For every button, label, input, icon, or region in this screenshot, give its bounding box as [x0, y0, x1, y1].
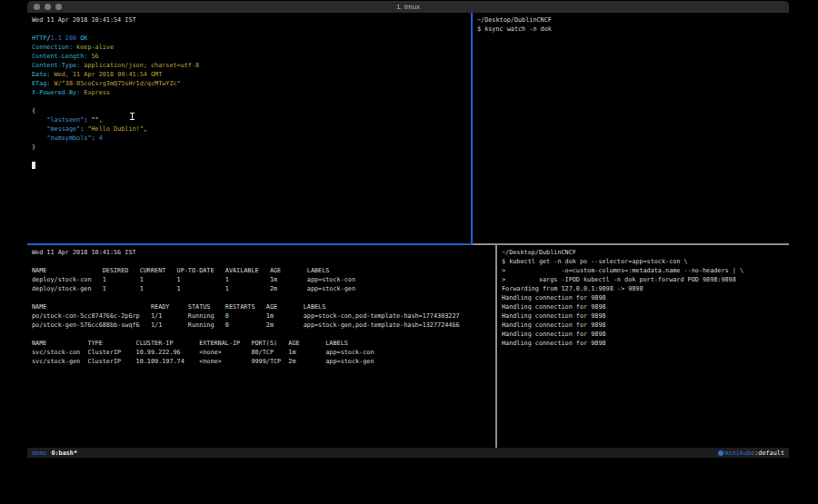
terminal-line: X-Powered-By: Express: [32, 88, 474, 97]
window-title: 1. tmux: [27, 3, 789, 11]
terminal-line: [32, 25, 474, 34]
pane-ksync-watch[interactable]: ~/Desktop/DublinCNCF$ ksync watch -n dok: [473, 13, 793, 246]
terminal-line: ~/Desktop/DublinCNCF: [477, 15, 793, 25]
kube-context: minikube: [725, 450, 755, 457]
terminal-line: ~/Desktop/DublinCNCF: [502, 248, 793, 257]
terminal-line: ETag: W/"38-05coCsrg3mQ75sHr1d/qcMTwYZc": [32, 79, 474, 88]
terminal-line: Handling connection for 9898: [502, 321, 793, 330]
pane-http-response[interactable]: Wed 11 Apr 2018 10:41:54 ISTHTTP/1.1 200…: [27, 13, 474, 246]
terminal-line: > -o=custom-columns=:metadata.name --no-…: [502, 266, 793, 275]
terminal-line: svc/stock-con ClusterIP 10.99.222.96 <no…: [32, 348, 498, 357]
window-label[interactable]: 0:bash*: [51, 450, 77, 457]
status-bar-left: demo 0:bash*: [32, 450, 77, 457]
session-name: demo: [32, 450, 46, 457]
mouse-ibeam-pointer: [132, 113, 133, 120]
terminal-line: [32, 330, 498, 339]
status-bar-right: minikube :default: [718, 450, 785, 457]
terminal-line: "message": "Hello Dublin!",: [32, 124, 474, 133]
terminal-line: Wed 11 Apr 2018 10:41:56 IST: [32, 248, 498, 257]
pane-divider-vertical-bottom[interactable]: [495, 245, 497, 448]
terminal-line: [32, 152, 474, 161]
tmux-status-bar: demo 0:bash* minikube :default: [27, 448, 789, 458]
terminal-line: svc/stock-gen ClusterIP 10.109.197.74 <n…: [32, 357, 498, 366]
terminal-line: Handling connection for 9898: [502, 330, 793, 339]
terminal-line: HTTP/1.1 200 OK: [32, 34, 474, 43]
terminal-line: Date: Wed, 11 Apr 2018 09:41:54 GMT: [32, 70, 474, 79]
terminal-line: deploy/stock-con 1 1 1 1 1m app=stock-co…: [32, 275, 498, 284]
pane-port-forward[interactable]: ~/Desktop/DublinCNCF$ kubectl get -n dok…: [497, 245, 793, 450]
terminal-window: 1. tmux Wed 11 Apr 2018 10:41:54 ISTHTTP…: [27, 1, 789, 457]
terminal-line: > xargs -IPOD kubectl -n dok port-forwar…: [502, 275, 793, 284]
terminal-line: Content-Type: application/json; charset=…: [32, 61, 474, 70]
terminal-line: Handling connection for 9898: [502, 293, 793, 302]
pane-divider-horizontal[interactable]: [473, 243, 789, 245]
terminal-line: po/stock-gen-576cc688bb-swqf6 1/1 Runnin…: [32, 321, 498, 330]
terminal-line: "numsymbols": 4: [32, 133, 474, 143]
terminal-line: Wed 11 Apr 2018 10:41:54 IST: [32, 15, 474, 25]
terminal-line: [32, 257, 498, 266]
terminal-line: po/stock-con-5cc874766c-2p6rp 1/1 Runnin…: [32, 311, 498, 321]
terminal-line: NAME TYPE CLUSTER-IP EXTERNAL-IP PORT(S)…: [32, 339, 498, 348]
terminal-line: [32, 161, 474, 170]
terminal-line: "lastseen": "",: [32, 115, 474, 124]
helm-wheel-icon: [718, 450, 723, 456]
terminal-line: Forwarding from 127.0.0.1:9898 -> 9898: [502, 284, 793, 293]
terminal-line: Content-Length: 56: [32, 52, 474, 61]
desktop: { "window": { "title": "1. tmux" }, "pal…: [0, 0, 818, 504]
terminal-line: [32, 293, 498, 302]
terminal-line: {: [32, 106, 474, 115]
terminal-line: Connection: keep-alive: [32, 43, 474, 52]
pane-divider-vertical-top[interactable]: [471, 13, 473, 243]
terminal-line: Handling connection for 9898: [502, 311, 793, 321]
pane-divider-horizontal-active[interactable]: [27, 243, 473, 245]
terminal-line: Handling connection for 9898: [502, 302, 793, 311]
terminal-line: [32, 97, 474, 106]
terminal-line: $ kubectl get -n dok po --selector=app=s…: [502, 257, 793, 266]
terminal-line: $ ksync watch -n dok: [477, 25, 793, 34]
terminal-line: NAME READY STATUS RESTARTS AGE LABELS: [32, 302, 498, 311]
terminal-line: NAME DESIRED CURRENT UP-TO-DATE AVAILABL…: [32, 266, 498, 275]
terminal-line: deploy/stock-gen 1 1 1 1 2m app=stock-ge…: [32, 284, 498, 293]
terminal-line: Handling connection for 9898: [502, 339, 793, 348]
terminal-line: }: [32, 143, 474, 152]
window-titlebar[interactable]: 1. tmux: [27, 1, 789, 13]
pane-kubectl-resources[interactable]: Wed 11 Apr 2018 10:41:56 ISTNAME DESIRED…: [27, 245, 498, 450]
kube-namespace: :default: [754, 450, 784, 457]
